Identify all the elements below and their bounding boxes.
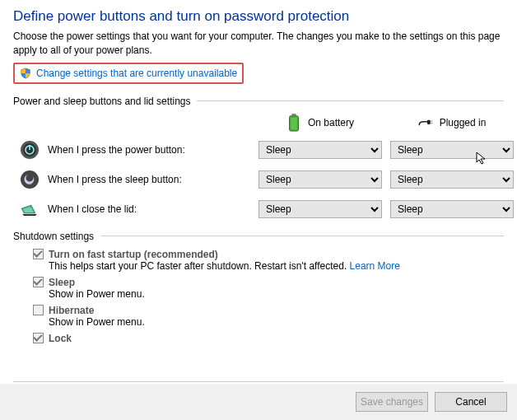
cancel-button[interactable]: Cancel [435, 392, 507, 412]
divider [100, 236, 504, 236]
page-title: Define power buttons and turn on passwor… [13, 8, 504, 25]
divider [197, 100, 504, 101]
sleep-item: Sleep Show in Power menu. [33, 277, 504, 300]
on-battery-label: On battery [308, 117, 354, 128]
change-settings-highlight: Change settings that are currently unava… [13, 63, 244, 84]
sleep-label: Sleep [49, 277, 75, 288]
fast-startup-item: Turn on fast startup (recommended) This … [33, 249, 504, 272]
save-changes-button[interactable]: Save changes [356, 392, 428, 412]
power-button-icon [20, 140, 40, 160]
divider [13, 381, 504, 382]
on-battery-column: On battery [258, 114, 382, 132]
sleep-button-plugged-select[interactable]: Sleep [390, 170, 514, 189]
fast-startup-description: This helps start your PC faster after sh… [49, 260, 350, 272]
power-sleep-section-label: Power and sleep buttons and lid settings [13, 96, 190, 107]
plugged-in-column: Plugged in [390, 114, 514, 132]
lock-checkbox[interactable] [33, 333, 44, 343]
fast-startup-label: Turn on fast startup (recommended) [49, 249, 218, 260]
svg-rect-2 [291, 117, 296, 129]
page-description: Choose the power settings that you want … [13, 30, 504, 58]
hibernate-item: Hibernate Show in Power menu. [33, 305, 504, 328]
power-button-label: When I press the power button: [48, 144, 185, 156]
lid-close-plugged-select[interactable]: Sleep [390, 200, 514, 218]
hibernate-description: Show in Power menu. [49, 316, 504, 328]
laptop-lid-icon [20, 199, 40, 219]
sleep-button-battery-select[interactable]: Sleep [258, 170, 382, 189]
svg-rect-3 [427, 119, 431, 124]
sleep-description: Show in Power menu. [49, 288, 504, 300]
power-button-battery-select[interactable]: Sleep [258, 141, 382, 159]
learn-more-link[interactable]: Learn More [350, 260, 400, 272]
sleep-checkbox[interactable] [33, 277, 44, 287]
power-button-row: When I press the power button: Sleep Sle… [13, 140, 504, 160]
lock-item: Lock [33, 333, 504, 344]
sleep-button-icon [20, 170, 40, 189]
button-bar: Save changes Cancel [0, 384, 517, 420]
shutdown-section-header: Shutdown settings [13, 231, 504, 242]
plug-icon [418, 114, 433, 132]
lid-close-battery-select[interactable]: Sleep [258, 200, 382, 218]
shutdown-section-label: Shutdown settings [13, 231, 94, 242]
hibernate-checkbox[interactable] [33, 305, 44, 315]
battery-icon [286, 114, 301, 132]
sleep-button-label: When I press the sleep button: [48, 174, 182, 185]
lid-close-row: When I close the lid: Sleep Sleep [13, 199, 504, 219]
lock-label: Lock [49, 333, 72, 344]
uac-shield-icon [20, 68, 31, 79]
power-button-plugged-select[interactable]: Sleep [390, 141, 514, 159]
power-sleep-section-header: Power and sleep buttons and lid settings [13, 96, 504, 107]
lid-close-label: When I close the lid: [48, 203, 137, 215]
svg-point-10 [21, 170, 39, 189]
change-settings-link[interactable]: Change settings that are currently unava… [36, 68, 237, 79]
plugged-in-label: Plugged in [440, 117, 487, 128]
sleep-button-row: When I press the sleep button: Sleep Sle… [13, 170, 504, 189]
fast-startup-checkbox[interactable] [33, 249, 44, 259]
hibernate-label: Hibernate [49, 305, 94, 316]
